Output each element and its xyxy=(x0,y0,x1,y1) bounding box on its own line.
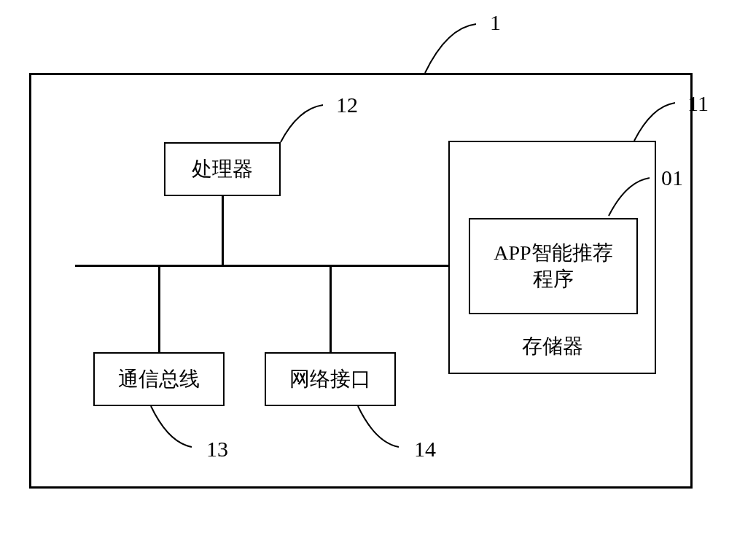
bus-label: 通信总线 xyxy=(118,366,200,392)
program-label-line1: APP智能推荐 xyxy=(494,241,612,264)
annotation-device: 1 xyxy=(490,10,501,35)
bus-line-horizontal xyxy=(75,265,448,267)
program-label-line2: 程序 xyxy=(533,268,574,290)
leader-memory xyxy=(634,101,682,144)
bus-connector xyxy=(158,265,160,352)
annotation-memory: 11 xyxy=(687,91,709,116)
leader-processor xyxy=(281,103,332,147)
memory-block: APP智能推荐 程序 存储器 xyxy=(448,141,656,374)
annotation-program: 01 xyxy=(661,166,683,190)
processor-connector xyxy=(222,196,224,266)
memory-label: 存储器 xyxy=(450,333,655,359)
processor-block: 处理器 xyxy=(164,142,281,196)
bus-block: 通信总线 xyxy=(93,352,225,406)
annotation-net: 14 xyxy=(414,437,436,462)
net-block: 网络接口 xyxy=(265,352,396,406)
processor-label: 处理器 xyxy=(192,156,253,182)
leader-bus xyxy=(151,406,202,451)
annotation-processor: 12 xyxy=(336,93,358,117)
annotation-bus: 13 xyxy=(206,437,228,462)
net-connector xyxy=(330,265,332,352)
program-block: APP智能推荐 程序 xyxy=(469,218,638,314)
leader-net xyxy=(358,406,409,451)
net-label: 网络接口 xyxy=(289,366,371,392)
leader-device xyxy=(425,22,483,74)
device-container: 处理器 APP智能推荐 程序 存储器 通信总线 网络接口 12 11 0 xyxy=(29,73,693,489)
